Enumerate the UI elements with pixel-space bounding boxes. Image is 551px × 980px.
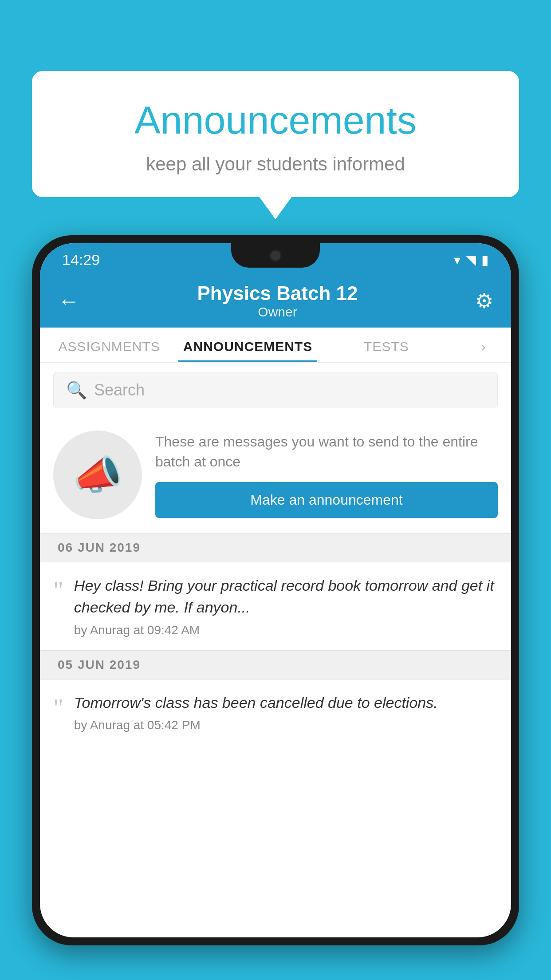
tab-more[interactable]: › bbox=[456, 340, 511, 362]
date-divider-2: 05 JUN 2019 bbox=[40, 650, 511, 680]
top-bar: ← Physics Batch 12 Owner ⚙ bbox=[40, 274, 511, 328]
announcement-item-2[interactable]: " Tomorrow's class has been cancelled du… bbox=[40, 680, 511, 745]
batch-role: Owner bbox=[80, 304, 475, 320]
tab-bar: ASSIGNMENTS ANNOUNCEMENTS TESTS › bbox=[40, 328, 511, 363]
announcement-item-1[interactable]: " Hey class! Bring your practical record… bbox=[40, 562, 511, 650]
promo-right: These are messages you want to send to t… bbox=[155, 432, 498, 518]
tab-announcements[interactable]: ANNOUNCEMENTS bbox=[178, 339, 317, 362]
announcement-content-1: Hey class! Bring your practical record b… bbox=[74, 575, 498, 637]
back-button[interactable]: ← bbox=[58, 288, 80, 314]
promo-icon-circle: 📣 bbox=[53, 431, 142, 519]
front-camera bbox=[269, 249, 282, 262]
page-title-area: Physics Batch 12 Owner bbox=[80, 282, 475, 320]
announcement-promo: 📣 These are messages you want to send to… bbox=[40, 417, 511, 533]
speech-bubble-container: Announcements keep all your students inf… bbox=[32, 71, 519, 197]
search-bar[interactable]: 🔍 Search bbox=[53, 372, 498, 408]
signal-icon: ◥ bbox=[466, 252, 476, 268]
quote-icon-2: " bbox=[53, 695, 63, 720]
phone-outer: 14:29 ▾ ◥ ▮ ← Physics Batch 12 Owner ⚙ bbox=[32, 235, 519, 945]
announcement-meta-2: by Anurag at 05:42 PM bbox=[74, 718, 498, 732]
search-icon: 🔍 bbox=[66, 380, 87, 400]
phone-screen: 14:29 ▾ ◥ ▮ ← Physics Batch 12 Owner ⚙ bbox=[40, 243, 511, 937]
phone-frame: 14:29 ▾ ◥ ▮ ← Physics Batch 12 Owner ⚙ bbox=[32, 235, 519, 980]
status-time: 14:29 bbox=[62, 251, 100, 269]
announcement-meta-1: by Anurag at 09:42 AM bbox=[74, 623, 498, 637]
phone-notch bbox=[231, 243, 320, 268]
wifi-icon: ▾ bbox=[454, 252, 460, 268]
battery-icon: ▮ bbox=[481, 252, 489, 268]
status-icons: ▾ ◥ ▮ bbox=[454, 252, 489, 268]
make-announcement-button[interactable]: Make an announcement bbox=[155, 482, 498, 518]
batch-title: Physics Batch 12 bbox=[80, 282, 475, 304]
settings-icon[interactable]: ⚙ bbox=[475, 289, 493, 313]
tab-tests[interactable]: TESTS bbox=[317, 339, 456, 362]
promo-description: These are messages you want to send to t… bbox=[155, 432, 498, 472]
announcement-message-2: Tomorrow's class has been cancelled due … bbox=[74, 692, 498, 714]
search-container: 🔍 Search bbox=[40, 363, 511, 417]
announcement-content-2: Tomorrow's class has been cancelled due … bbox=[74, 692, 498, 732]
speech-bubble-title: Announcements bbox=[50, 98, 501, 143]
announcement-message-1: Hey class! Bring your practical record b… bbox=[74, 575, 498, 619]
speech-bubble-subtitle: keep all your students informed bbox=[50, 154, 501, 175]
megaphone-icon: 📣 bbox=[73, 452, 122, 498]
search-input[interactable]: Search bbox=[94, 381, 145, 399]
date-divider-1: 06 JUN 2019 bbox=[40, 533, 511, 562]
tab-assignments[interactable]: ASSIGNMENTS bbox=[40, 339, 178, 362]
quote-icon-1: " bbox=[53, 578, 63, 603]
speech-bubble: Announcements keep all your students inf… bbox=[32, 71, 519, 197]
